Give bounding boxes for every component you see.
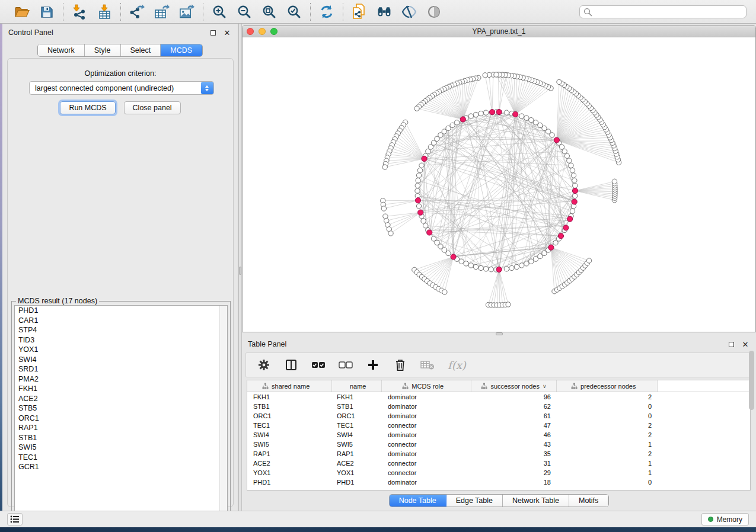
- mcds-result-item[interactable]: PHD1: [15, 306, 227, 316]
- leaf-node[interactable]: [494, 72, 499, 77]
- table-row[interactable]: SWI5 SWI5 connector 43 1: [247, 440, 750, 449]
- mcds-result-item[interactable]: TEC1: [15, 453, 227, 463]
- mcds-result-item[interactable]: ORC1: [15, 414, 227, 424]
- ring-node[interactable]: [567, 158, 572, 163]
- table-column-header[interactable]: MCDS role ∨: [382, 380, 471, 392]
- save-session-button[interactable]: [39, 4, 55, 20]
- ring-node[interactable]: [564, 153, 569, 158]
- ring-node[interactable]: [426, 149, 430, 153]
- float-panel-icon[interactable]: [726, 339, 736, 349]
- mcds-result-item[interactable]: YOX1: [15, 345, 227, 355]
- export-network-button[interactable]: [129, 4, 145, 20]
- splitter-grip[interactable]: [239, 267, 241, 275]
- mcds-hub-node[interactable]: [572, 199, 577, 204]
- table-column-header[interactable]: predecessor nodes ∨: [557, 380, 658, 392]
- table-panel-tab[interactable]: Motifs: [569, 495, 608, 507]
- leaf-node[interactable]: [388, 231, 393, 236]
- ring-node[interactable]: [524, 261, 529, 266]
- ring-node[interactable]: [524, 116, 529, 120]
- close-panel-icon[interactable]: ✕: [222, 28, 232, 37]
- ring-node[interactable]: [573, 193, 578, 198]
- close-panel-icon[interactable]: ✕: [741, 339, 750, 349]
- table-row[interactable]: TEC1 TEC1 connector 47 2: [247, 421, 750, 430]
- ring-node[interactable]: [519, 263, 524, 268]
- task-history-button[interactable]: [7, 513, 23, 525]
- mcds-hub-node[interactable]: [558, 233, 563, 239]
- table-row[interactable]: PHD1 PHD1 dominator 18 0: [247, 477, 750, 487]
- mcds-hub-node[interactable]: [460, 117, 465, 122]
- mcds-hub-node[interactable]: [418, 210, 423, 215]
- control-panel-tab[interactable]: Select: [121, 44, 161, 56]
- ring-node[interactable]: [504, 110, 509, 115]
- ring-node[interactable]: [423, 223, 428, 228]
- network-graph[interactable]: [243, 37, 755, 332]
- mcds-result-item[interactable]: STB1: [15, 433, 227, 443]
- ring-node[interactable]: [473, 112, 478, 117]
- ring-node[interactable]: [415, 188, 420, 193]
- import-network-button[interactable]: [72, 4, 87, 20]
- ring-node[interactable]: [415, 183, 420, 188]
- table-column-header[interactable]: successor nodes ∨: [471, 380, 557, 392]
- table-panel-tab[interactable]: Edge Table: [446, 495, 503, 507]
- ring-node[interactable]: [468, 114, 473, 118]
- ring-node[interactable]: [446, 251, 451, 255]
- mcds-hub-node[interactable]: [572, 188, 578, 193]
- open-session-button[interactable]: [14, 4, 30, 20]
- refresh-layout-button[interactable]: [319, 4, 334, 20]
- add-row-button[interactable]: [366, 358, 380, 372]
- ring-node[interactable]: [489, 267, 493, 272]
- network-canvas[interactable]: [243, 37, 755, 332]
- ring-node[interactable]: [538, 123, 543, 127]
- delete-row-button[interactable]: [393, 358, 407, 372]
- mcds-result-item[interactable]: CAR1: [15, 316, 227, 326]
- clone-network-button[interactable]: [352, 4, 367, 20]
- mcds-list-scrollbar[interactable]: [219, 306, 227, 515]
- ring-node[interactable]: [483, 110, 488, 115]
- search-network-button[interactable]: [377, 4, 392, 20]
- ring-node[interactable]: [416, 204, 421, 209]
- hide-selected-button[interactable]: [401, 4, 417, 20]
- memory-button[interactable]: Memory: [701, 513, 749, 525]
- leaf-node[interactable]: [612, 179, 617, 184]
- mcds-hub-node[interactable]: [496, 267, 502, 272]
- mcds-hub-node[interactable]: [427, 230, 432, 235]
- table-scrollbar-thumb[interactable]: [749, 351, 754, 410]
- ring-node[interactable]: [479, 111, 483, 116]
- table-row[interactable]: STB1 STB1 dominator 62 0: [247, 402, 750, 411]
- table-column-header[interactable]: shared name ∨: [247, 380, 332, 392]
- control-panel-tab[interactable]: Network: [38, 44, 85, 56]
- ring-node[interactable]: [479, 265, 483, 270]
- column-layout-button[interactable]: [284, 358, 298, 372]
- ring-node[interactable]: [416, 173, 421, 178]
- ring-node[interactable]: [428, 145, 433, 149]
- mcds-result-item[interactable]: SRD1: [15, 364, 227, 374]
- ring-node[interactable]: [572, 178, 577, 182]
- ring-node[interactable]: [419, 163, 424, 168]
- import-table-button[interactable]: [97, 4, 112, 20]
- network-window-titlebar[interactable]: YPA_prune.txt_1: [243, 26, 755, 37]
- leaf-node[interactable]: [506, 302, 511, 307]
- mcds-result-item[interactable]: ACE2: [15, 394, 227, 404]
- export-image-button[interactable]: [179, 4, 194, 20]
- ring-node[interactable]: [533, 257, 538, 261]
- ring-node[interactable]: [571, 173, 576, 178]
- ring-node[interactable]: [533, 120, 538, 125]
- close-panel-button[interactable]: Close panel: [124, 101, 181, 114]
- mcds-result-item[interactable]: GCR1: [15, 462, 227, 472]
- ring-node[interactable]: [473, 264, 478, 269]
- mcds-hub-node[interactable]: [513, 111, 518, 117]
- table-row[interactable]: YOX1 YOX1 connector 29 1: [247, 468, 750, 477]
- mcds-result-item[interactable]: RAP1: [15, 423, 227, 433]
- table-row[interactable]: ORC1 ORC1 dominator 61 0: [247, 411, 750, 421]
- ring-node[interactable]: [459, 259, 464, 264]
- leaf-node[interactable]: [382, 165, 387, 169]
- ring-node[interactable]: [464, 261, 468, 266]
- zoom-in-button[interactable]: [212, 4, 227, 20]
- leaf-node[interactable]: [442, 290, 447, 294]
- ring-node[interactable]: [514, 264, 519, 269]
- zoom-out-button[interactable]: [237, 4, 252, 20]
- ring-node[interactable]: [519, 114, 524, 118]
- mcds-hub-node[interactable]: [451, 254, 456, 259]
- run-mcds-button[interactable]: Run MCDS: [60, 101, 115, 114]
- mcds-hub-node[interactable]: [563, 225, 569, 230]
